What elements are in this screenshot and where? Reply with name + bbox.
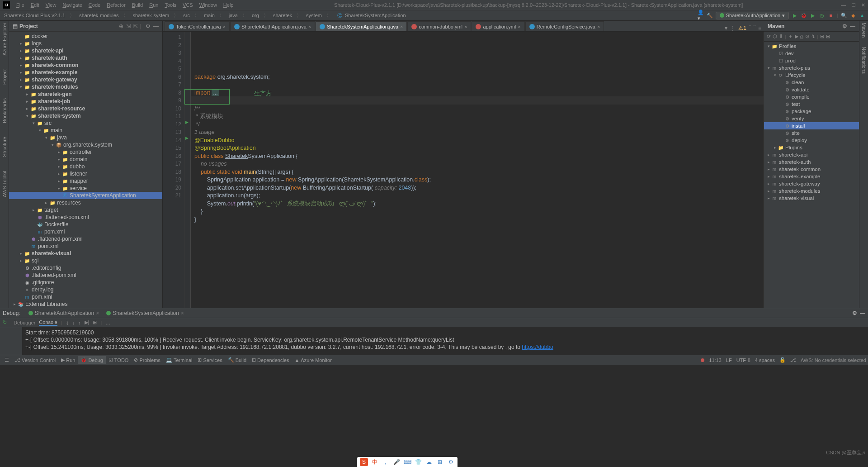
tree-item[interactable]: ▸📁listener: [9, 170, 162, 177]
evaluate-icon[interactable]: ⊞: [93, 319, 97, 325]
profile-icon[interactable]: ◷: [819, 12, 825, 19]
tree-item[interactable]: ▾📁sharetek-modules: [9, 83, 162, 91]
readonly-icon[interactable]: 🔓: [779, 357, 786, 363]
tree-item[interactable]: ▸📁logs: [9, 40, 162, 47]
tree-item[interactable]: ▸📁sharetek-example: [9, 69, 162, 76]
add-icon[interactable]: ＋: [788, 33, 793, 40]
down-icon[interactable]: ˇ: [754, 25, 755, 31]
maven-item[interactable]: ⚙install: [764, 122, 859, 129]
menu-file[interactable]: File: [14, 1, 27, 9]
maven-item[interactable]: ▸msharetek-gateway: [764, 180, 859, 187]
collapse-icon[interactable]: ⇱: [133, 23, 138, 29]
statusbar-problems[interactable]: ⊘Problems: [131, 356, 163, 364]
tree-item[interactable]: ▸📁service: [9, 185, 162, 192]
hammer-icon[interactable]: 🔨: [707, 12, 713, 19]
menu-window[interactable]: Window: [197, 1, 220, 9]
breadcrumb-item[interactable]: Sharetek-Cloud-Plus-v2.1.1: [3, 12, 66, 19]
aws-status[interactable]: AWS: No credentials selected: [801, 357, 866, 363]
user-icon[interactable]: 👤▾: [698, 12, 704, 19]
menu-vcs[interactable]: VCS: [180, 1, 196, 9]
list-icon[interactable]: ≡: [758, 25, 761, 31]
line-gutter[interactable]: 123456789101112131415161718192021: [163, 32, 184, 308]
run-gutter-icon[interactable]: ▶: [185, 136, 189, 140]
tree-item[interactable]: ⬢.flattened-pom.xml: [9, 235, 162, 243]
ime-lang-icon[interactable]: 中: [371, 458, 379, 466]
tree-item[interactable]: mpom.xml: [9, 243, 162, 250]
tree-item[interactable]: ▸📁sharetek-api: [9, 47, 162, 54]
project-tree[interactable]: 📁docker▸📁logs▸📁sharetek-api▸📁sharetek-au…: [9, 32, 162, 308]
up-icon[interactable]: ˆ: [749, 25, 751, 31]
debug-config-tab[interactable]: SharetekAuthApplication ×: [25, 309, 103, 317]
statusbar-services[interactable]: ⊞Services: [195, 356, 225, 364]
ime-logo-icon[interactable]: S: [360, 458, 368, 466]
ime-punct-icon[interactable]: ,: [382, 458, 390, 466]
tree-item[interactable]: ▾📁main: [9, 127, 162, 134]
hide-icon[interactable]: —: [860, 310, 865, 316]
statusbar-dependencies[interactable]: ⊞Dependencies: [249, 356, 292, 364]
execute-icon[interactable]: ⎙: [800, 34, 803, 39]
debug-icon[interactable]: 🐞: [801, 12, 807, 19]
tree-item[interactable]: ▸📁sharetek-visual: [9, 250, 162, 257]
line-separator[interactable]: LF: [726, 357, 732, 363]
code-editor[interactable]: 生产方 package org.sharetek.system; import …: [191, 32, 764, 308]
editor-tab[interactable]: common-dubbo.yml×: [407, 21, 471, 31]
tree-item[interactable]: ▸📁target: [9, 206, 162, 214]
run-icon[interactable]: ▶: [792, 12, 798, 19]
tree-item[interactable]: mpom.xml: [9, 293, 162, 300]
stop-icon[interactable]: ■: [828, 12, 834, 19]
azure-icon[interactable]: ▲: [859, 12, 865, 19]
tree-item[interactable]: ▸📁sharetek-gateway: [9, 76, 162, 83]
editor-tab[interactable]: application.yml×: [472, 21, 524, 31]
reload-icon[interactable]: ⟳: [767, 33, 771, 39]
tree-item[interactable]: ▸📁sharetek-auth: [9, 54, 162, 62]
run-icon[interactable]: ▶: [795, 33, 798, 39]
ime-gear-icon[interactable]: ⚙: [447, 458, 455, 466]
tree-item[interactable]: mpom.xml: [9, 228, 162, 235]
maven-item[interactable]: ▸msharetek-auth: [764, 158, 859, 166]
step-into-icon[interactable]: ↓: [72, 320, 75, 325]
maven-item[interactable]: ⚙validate: [764, 86, 859, 93]
maven-item[interactable]: ▾⟳Lifecycle: [764, 71, 859, 79]
gear-icon[interactable]: ⚙: [842, 23, 847, 29]
ime-toolbar[interactable]: S 中 , 🎤 ⌨ 👕 ☁ ⊞ ⚙: [357, 457, 458, 467]
run-config-selector[interactable]: SharetekAuthApplication ▾: [716, 12, 789, 19]
maven-item[interactable]: ▸msharetek-api: [764, 151, 859, 158]
tree-item[interactable]: ▸📁sharetek-common: [9, 62, 162, 69]
maven-item[interactable]: ⚙deploy: [764, 137, 859, 144]
breadcrumb-item[interactable]: sharetek: [272, 12, 293, 19]
breadcrumb-item[interactable]: sharetek-system: [132, 12, 171, 19]
tree-item[interactable]: 📁docker: [9, 33, 162, 40]
console-gutter[interactable]: [0, 327, 23, 355]
offline-icon[interactable]: ↯: [811, 33, 815, 39]
statusbar-debug[interactable]: 🐞Debug: [78, 356, 105, 364]
tree-item[interactable]: ⒸSharetekSystemApplication: [9, 192, 162, 199]
maven-item[interactable]: ▸msharetek-visual: [764, 195, 859, 202]
tree-item[interactable]: ▸📁sharetek-job: [9, 98, 162, 105]
breadcrumb-item[interactable]: java: [227, 12, 239, 19]
tree-item[interactable]: ▾📁sharetek-system: [9, 112, 162, 119]
ime-keyboard-icon[interactable]: ⌨: [403, 458, 411, 466]
breadcrumb-item[interactable]: main: [203, 12, 216, 19]
tree-item[interactable]: ▸📁domain: [9, 156, 162, 163]
caret-position[interactable]: 11:13: [709, 357, 722, 363]
project-view-icon[interactable]: ▤: [13, 23, 18, 29]
menu-navigate[interactable]: Navigate: [60, 1, 85, 9]
maven-item[interactable]: ⚙compile: [764, 93, 859, 100]
statusbar-azure-monitor[interactable]: ▲Azure Monitor: [292, 356, 334, 364]
left-tab-azure-explorer[interactable]: Azure Explorer: [2, 23, 7, 56]
tree-item[interactable]: ▸📁sharetek-resource: [9, 105, 162, 112]
tree-item[interactable]: ◉.gitignore: [9, 279, 162, 286]
statusbar-build[interactable]: 🔨Build: [225, 356, 249, 364]
maven-item[interactable]: ▸msharetek-example: [764, 173, 859, 180]
tree-item[interactable]: ▸📁resources: [9, 199, 162, 206]
aws-icon[interactable]: ◆: [850, 12, 856, 19]
tabs-menu-icon[interactable]: ⋮: [730, 25, 736, 31]
maven-item[interactable]: ☐prod: [764, 57, 859, 64]
close-icon[interactable]: ×: [400, 24, 403, 29]
tree-item[interactable]: ▸📁controller: [9, 148, 162, 156]
more-tabs-icon[interactable]: ▾: [725, 25, 727, 31]
menu-code[interactable]: Code: [86, 1, 103, 9]
git-icon[interactable]: ⎇: [790, 357, 796, 363]
statusbar-run[interactable]: ▶Run: [58, 356, 78, 364]
resume-icon[interactable]: ▶|: [85, 319, 90, 325]
